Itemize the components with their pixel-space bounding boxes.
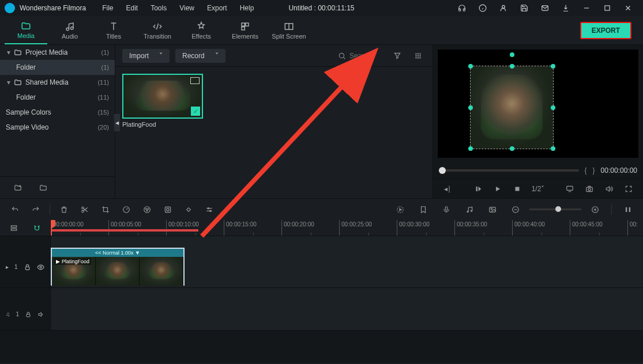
chevron-down-icon: ▾	[6, 48, 12, 56]
split-icon[interactable]	[76, 202, 94, 217]
speed-icon[interactable]	[117, 202, 136, 217]
filter-icon[interactable]	[390, 48, 405, 63]
zoom-slider-handle[interactable]	[555, 206, 561, 212]
menu-export[interactable]: Export	[201, 2, 233, 14]
save-icon[interactable]	[514, 0, 535, 16]
undo-icon[interactable]	[6, 202, 24, 217]
color-icon[interactable]	[138, 202, 156, 217]
play-pause-icon[interactable]	[469, 180, 487, 198]
resize-handle[interactable]	[468, 105, 473, 110]
playhead[interactable]	[51, 220, 52, 236]
download-icon[interactable]	[555, 0, 576, 16]
search-box[interactable]	[338, 52, 384, 60]
mark-in-icon[interactable]: {	[585, 166, 587, 175]
lock-icon[interactable]	[24, 263, 31, 271]
minimize-button[interactable]	[576, 0, 597, 16]
play-icon[interactable]	[489, 180, 506, 198]
marker-icon[interactable]	[414, 202, 433, 217]
rotate-handle[interactable]	[510, 52, 514, 57]
tab-transition[interactable]: Transition	[136, 17, 179, 44]
preview-canvas[interactable]	[438, 50, 638, 158]
scrub-handle[interactable]	[439, 167, 446, 174]
playback-speed[interactable]: 1/2 ˅	[528, 180, 548, 198]
magnet-snap-icon[interactable]	[29, 221, 44, 236]
fullscreen-icon[interactable]	[620, 180, 637, 198]
record-dropdown[interactable]: Record˅	[175, 49, 225, 63]
sidebar-item-folder-project[interactable]: Folder (1)	[0, 60, 115, 75]
zoom-to-fit-icon[interactable]	[619, 202, 637, 217]
maximize-button[interactable]	[597, 0, 618, 16]
redo-icon[interactable]	[27, 202, 45, 217]
resize-handle[interactable]	[551, 105, 555, 110]
tab-split-screen[interactable]: Split Screen	[268, 17, 310, 44]
selection-bounds[interactable]	[470, 66, 554, 149]
video-track[interactable]: ▸1 << Normal 1.00x ▼ ▶PlatingFood	[0, 247, 643, 288]
timeline-clip[interactable]: << Normal 1.00x ▼ ▶PlatingFood	[51, 248, 185, 286]
resize-handle[interactable]	[551, 146, 555, 151]
media-clip[interactable]: ✓ PlatingFood	[122, 74, 203, 128]
stop-icon[interactable]	[509, 180, 526, 198]
resize-handle[interactable]	[510, 64, 514, 69]
mark-out-icon[interactable]: }	[593, 166, 595, 175]
tab-effects[interactable]: Effects	[180, 17, 223, 44]
import-dropdown[interactable]: Import˅	[122, 49, 170, 63]
display-icon[interactable]	[561, 180, 578, 198]
eye-icon[interactable]	[37, 263, 44, 271]
snapshot-icon[interactable]	[581, 180, 598, 198]
menu-help[interactable]: Help	[234, 2, 260, 14]
volume-icon[interactable]	[600, 180, 618, 198]
close-button[interactable]	[618, 0, 638, 16]
prev-frame-icon[interactable]: ◂∣	[439, 180, 456, 198]
grid-view-icon[interactable]	[411, 48, 426, 63]
menu-edit[interactable]: Edit	[121, 2, 144, 14]
clip-thumbnail[interactable]: ✓	[122, 74, 203, 119]
info-icon[interactable]	[472, 0, 493, 16]
resize-handle[interactable]	[510, 146, 514, 151]
menu-file[interactable]: File	[96, 2, 119, 14]
collapse-panel-icon[interactable]: ◀	[114, 114, 120, 131]
sidebar-item-folder-shared[interactable]: Folder (11)	[0, 90, 115, 105]
sidebar-item-sample-video[interactable]: Sample Video (20)	[0, 120, 115, 135]
new-folder-plus-icon[interactable]	[10, 180, 25, 195]
support-icon[interactable]	[452, 0, 472, 16]
timeline-scale[interactable]: 00:00:00:0000:00:05:0000:00:10:0000:00:1…	[51, 220, 643, 236]
tab-titles[interactable]: Titles	[92, 17, 135, 44]
sidebar-group-shared-media[interactable]: ▾ Shared Media (11)	[0, 75, 115, 90]
zoom-in-icon[interactable]	[586, 202, 604, 217]
audio-mixer-icon[interactable]	[460, 202, 479, 217]
mail-icon[interactable]	[535, 0, 555, 16]
sidebar-item-sample-colors[interactable]: Sample Colors (15)	[0, 105, 115, 120]
green-screen-icon[interactable]	[159, 202, 177, 217]
resize-handle[interactable]	[468, 146, 473, 151]
crop-icon[interactable]	[96, 202, 115, 217]
clip-speed-header[interactable]: << Normal 1.00x ▼	[52, 249, 183, 257]
zoom-out-icon[interactable]	[506, 202, 525, 217]
menu-view[interactable]: View	[174, 2, 200, 14]
keyframe-icon[interactable]	[179, 202, 198, 217]
search-input[interactable]	[349, 52, 384, 60]
account-icon[interactable]	[493, 0, 514, 16]
export-button[interactable]: EXPORT	[580, 22, 631, 39]
picture-icon[interactable]	[483, 202, 502, 217]
resize-handle[interactable]	[468, 64, 473, 69]
track-manager-icon[interactable]	[6, 221, 21, 236]
tab-elements[interactable]: Elements	[224, 17, 266, 44]
voice-over-icon[interactable]	[437, 202, 456, 217]
zoom-slider[interactable]	[529, 208, 581, 210]
mute-icon[interactable]	[37, 310, 44, 318]
svg-rect-11	[242, 23, 245, 26]
folder-icon[interactable]	[36, 180, 51, 195]
render-preview-icon[interactable]	[391, 202, 409, 217]
adjust-icon[interactable]	[200, 202, 219, 217]
tab-audio[interactable]: Audio	[48, 17, 91, 44]
clip-label: ▶PlatingFood	[54, 258, 91, 265]
tab-media[interactable]: Media	[5, 17, 47, 44]
preview-scrub-track[interactable]	[439, 169, 579, 172]
menu-tools[interactable]: Tools	[145, 2, 172, 14]
svg-point-42	[145, 208, 146, 209]
lock-icon[interactable]	[25, 310, 32, 318]
delete-icon[interactable]	[55, 202, 73, 217]
resize-handle[interactable]	[551, 64, 555, 69]
sidebar-group-project-media[interactable]: ▾ Project Media (1)	[0, 45, 115, 60]
audio-track[interactable]: ♫1	[0, 298, 643, 331]
